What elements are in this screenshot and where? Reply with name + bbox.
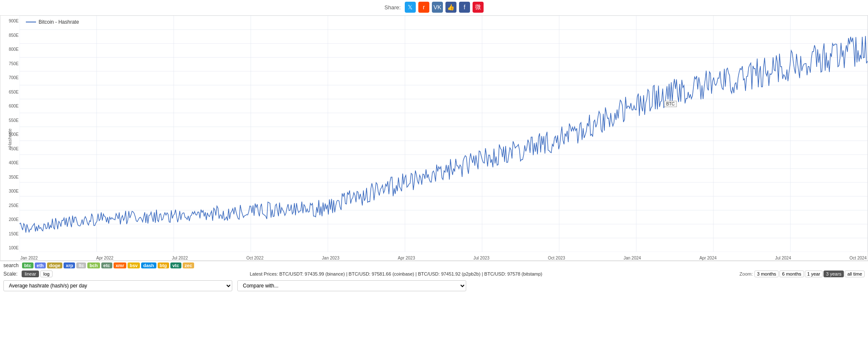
y-tick: 150E xyxy=(0,232,19,236)
coin-tag-xmr[interactable]: xmr xyxy=(114,262,126,268)
x-label: Jan 2023 xyxy=(322,256,339,260)
y-tick: 600E xyxy=(0,104,19,108)
coin-tag-btg[interactable]: btg xyxy=(158,262,169,268)
zoom-btn-6m[interactable]: 6 months xyxy=(779,271,804,277)
weibo-share-button[interactable]: 微 xyxy=(473,2,484,13)
coin-tag-vtc[interactable]: vtc xyxy=(170,262,181,268)
zoom-bar: Zoom: 3 months6 months1 year3 yearsall t… xyxy=(740,271,865,277)
x-axis-labels: Jan 2022Apr 2022Jul 2022Oct 2022Jan 2023… xyxy=(19,252,868,260)
coin-tag-eth[interactable]: eth xyxy=(35,262,46,268)
y-tick: 400E xyxy=(0,161,19,165)
y-tick: 350E xyxy=(0,175,19,180)
x-label: Jul 2022 xyxy=(172,256,188,260)
x-label: Oct 2024 xyxy=(849,256,867,260)
share-bar: Share: 𝕏 r VK 👍 f 微 xyxy=(0,0,868,15)
y-tick: 800E xyxy=(0,47,19,52)
y-tick: 750E xyxy=(0,62,19,66)
x-label: Jan 2022 xyxy=(20,256,38,260)
scale-buttons: linearlog xyxy=(22,271,53,277)
coin-tag-etc[interactable]: etc xyxy=(101,262,112,268)
y-axis-ticks: 900E850E800E750E700E650E600E550E500E450E… xyxy=(0,16,19,252)
y-tick: 900E xyxy=(0,19,19,23)
compare-select[interactable]: Compare with... xyxy=(237,280,466,291)
scale-price-zoom-row: Scale: linearlog Latest Prices: BTC/USDT… xyxy=(0,270,868,278)
zoom-label: Zoom: xyxy=(740,271,753,276)
x-label: Apr 2022 xyxy=(96,256,114,260)
coin-tag-xrp[interactable]: xrp xyxy=(64,262,75,268)
share-icons: 𝕏 r VK 👍 f 微 xyxy=(405,2,484,13)
scale-btn-linear[interactable]: linear xyxy=(22,271,39,277)
search-label: search xyxy=(3,262,19,268)
y-tick: 650E xyxy=(0,90,19,94)
x-label: Jul 2023 xyxy=(473,256,490,260)
prices-text: Latest Prices: BTC/USDT: 97435.99 (binan… xyxy=(250,271,542,276)
scale-btn-log[interactable]: log xyxy=(40,271,53,277)
twitter-share-button[interactable]: 𝕏 xyxy=(405,2,416,13)
coin-tags: btcethdogexrpltcbchetcxmrbsvdashbtgvtcze… xyxy=(22,262,194,268)
y-tick: 300E xyxy=(0,189,19,193)
reddit-share-button[interactable]: r xyxy=(418,2,429,13)
facebook-share-button[interactable]: f xyxy=(459,2,470,13)
x-label: Apr 2024 xyxy=(699,256,717,260)
y-tick: 500E xyxy=(0,133,19,137)
chart-svg-wrapper: BTC xyxy=(19,16,868,252)
zoom-buttons: 3 months6 months1 year3 yearsall time xyxy=(754,271,865,277)
y-tick: 550E xyxy=(0,119,19,123)
zoom-btn-all[interactable]: all time xyxy=(845,271,865,277)
x-label: Jan 2024 xyxy=(623,256,641,260)
coin-tag-doge[interactable]: doge xyxy=(47,262,62,268)
zoom-btn-3y[interactable]: 3 years xyxy=(823,271,844,277)
zoom-btn-3m[interactable]: 3 months xyxy=(754,271,779,277)
coin-tag-bsv[interactable]: bsv xyxy=(128,262,140,268)
y-tick: 700E xyxy=(0,76,19,80)
coin-tag-zec[interactable]: zec xyxy=(183,262,195,268)
x-label: Jul 2024 xyxy=(775,256,791,260)
coin-tag-btc[interactable]: btc xyxy=(22,262,33,268)
coin-row: search btcethdogexrpltcbchetcxmrbsvdashb… xyxy=(0,261,868,270)
x-label: Oct 2022 xyxy=(246,256,264,260)
coin-tag-ltc[interactable]: ltc xyxy=(76,262,86,268)
y-tick: 250E xyxy=(0,204,19,208)
legend-line-icon xyxy=(26,22,36,22)
zoom-btn-1y[interactable]: 1 year xyxy=(805,271,823,277)
selects-row: Average hashrate (hash/s) per day Compar… xyxy=(0,278,868,293)
y-tick: 100E xyxy=(0,246,19,250)
vk-share-button[interactable]: VK xyxy=(432,2,443,13)
chart-area: Hashrate 900E850E800E750E700E650E600E550… xyxy=(0,15,868,261)
y-tick: 200E xyxy=(0,218,19,222)
x-label: Oct 2023 xyxy=(548,256,565,260)
chart-legend: Bitcoin - Hashrate xyxy=(26,19,79,25)
x-label: Apr 2023 xyxy=(398,256,415,260)
share-label: Share: xyxy=(384,4,401,11)
coin-tag-bch[interactable]: bch xyxy=(87,262,100,268)
y-tick: 850E xyxy=(0,33,19,38)
coin-tag-dash[interactable]: dash xyxy=(141,262,156,268)
like-share-button[interactable]: 👍 xyxy=(445,2,456,13)
price-bar: Latest Prices: BTC/USDT: 97435.99 (binan… xyxy=(55,271,737,276)
y-tick: 450E xyxy=(0,147,19,151)
metric-select[interactable]: Average hashrate (hash/s) per day xyxy=(3,280,232,291)
scale-label: Scale: xyxy=(3,271,17,277)
legend-label: Bitcoin - Hashrate xyxy=(39,19,79,25)
bottom-controls: search btcethdogexrpltcbchetcxmrbsvdashb… xyxy=(0,261,868,293)
